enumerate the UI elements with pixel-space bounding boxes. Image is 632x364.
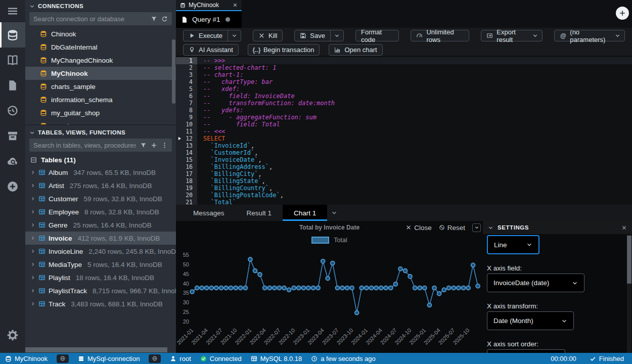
table-item[interactable]: InvoiceLine2,240 rows, 245.8 KB, InnoDB — [25, 245, 176, 258]
rail-item-history[interactable] — [0, 98, 25, 123]
editor-line-12[interactable]: 12 SELECT — [176, 135, 632, 142]
ai-assistant-button[interactable]: AI Assistant — [183, 44, 239, 56]
editor-line-8[interactable]: 8 -- ydefs: — [176, 107, 632, 114]
editor-line-15[interactable]: 15 `InvoiceDate`, — [176, 156, 632, 163]
connection-item[interactable]: MyChangedChinook — [25, 54, 176, 67]
editor-line-6[interactable]: 6 -- field: InvoiceDate — [176, 93, 632, 100]
save-button[interactable]: Save — [294, 30, 344, 41]
connection-item[interactable]: my_guitar_shop — [25, 106, 176, 119]
chevron-right-icon[interactable] — [30, 262, 35, 267]
x-axis-sort-order-select[interactable] — [487, 349, 565, 353]
tab-result-1[interactable]: Result 1 — [236, 205, 283, 221]
rail-item-databases[interactable] — [0, 22, 25, 48]
connections-header[interactable]: CONNECTIONS — [25, 0, 176, 10]
connection-item[interactable]: charts_sample — [25, 80, 176, 93]
close-icon[interactable] — [233, 3, 238, 8]
x-axis-transform-select[interactable]: Date (Month) — [487, 311, 574, 330]
chevron-right-icon[interactable] — [30, 196, 35, 201]
editor-line-16[interactable]: 16 `BillingAddress`, — [176, 163, 632, 170]
rail-item-archive[interactable] — [0, 123, 25, 149]
export-result-button[interactable]: Export result — [481, 30, 543, 41]
filter-icon[interactable] — [151, 16, 157, 22]
kill-button[interactable]: Kill — [253, 30, 283, 41]
tables-search-input[interactable] — [33, 142, 136, 149]
table-item[interactable]: Genre25 rows, 16.4 KB, InnoDB — [25, 218, 176, 232]
statusbar-last-activity[interactable]: a few seconds ago — [311, 355, 375, 362]
execute-button[interactable]: Execute — [183, 30, 241, 41]
tab-chart-1[interactable]: Chart 1 — [283, 205, 327, 221]
editor-line-1[interactable]: 1 -- >>> — [176, 57, 632, 64]
sql-editor[interactable]: 1 -- >>> 2 -- selected-chart: 1 3 -- cha… — [176, 56, 632, 205]
chart-type-select[interactable]: Line — [487, 235, 539, 254]
statusbar-server-version[interactable]: MySQL 8.0.18 — [251, 355, 302, 362]
chevron-right-icon[interactable] — [30, 222, 35, 228]
rail-item-menu[interactable] — [0, 0, 25, 22]
table-item[interactable]: MediaType5 rows, 16.4 KB, InnoDB — [25, 258, 176, 271]
scrollbar-thumb[interactable] — [25, 347, 167, 352]
table-item[interactable]: PlaylistTrack8,715 rows, 966.7 KB, InnoD… — [25, 284, 176, 297]
table-item[interactable]: Artist275 rows, 16.4 KB, InnoDB — [25, 179, 176, 192]
refresh-icon[interactable] — [161, 16, 168, 22]
execute-dropdown[interactable] — [228, 30, 241, 41]
chevron-right-icon[interactable] — [30, 275, 35, 280]
statusbar-database-name[interactable]: MyChinook — [5, 355, 48, 362]
chevron-right-icon[interactable] — [30, 301, 35, 306]
editor-line-11[interactable]: 11 -- <<< — [176, 128, 632, 135]
editor-line-17[interactable]: 17 `BillingCity`, — [176, 170, 632, 177]
editor-line-9[interactable]: 9 -- - aggregateFunction: sum — [176, 114, 632, 121]
settings-button[interactable] — [0, 323, 25, 348]
editor-line-5[interactable]: 5 -- xdef: — [176, 85, 632, 93]
connections-search-input[interactable] — [33, 15, 147, 23]
editor-line-19[interactable]: 19 `BillingCountry`, — [176, 185, 632, 192]
query-tab[interactable]: Query #1 — [176, 11, 242, 28]
collapse-icon[interactable] — [30, 157, 37, 163]
editor-line-13[interactable]: 13 `InvoiceId`, — [176, 142, 632, 149]
rail-item-closed-tabs[interactable] — [0, 73, 25, 98]
editor-line-14[interactable]: 14 `CustomerId`, — [176, 149, 632, 156]
open-chart-button[interactable]: Open chart — [329, 44, 382, 56]
chevron-right-icon[interactable] — [30, 288, 35, 293]
rail-item-add[interactable] — [0, 174, 25, 199]
table-item[interactable]: Employee8 rows, 32.8 KB, InnoDB — [25, 205, 176, 218]
chart-close-button[interactable]: Close — [405, 224, 432, 232]
tables-group[interactable]: Tables (11) — [25, 154, 176, 166]
editor-line-7[interactable]: 7 -- transformFunction: date:month — [176, 100, 632, 107]
chart-legend[interactable]: Total — [176, 234, 483, 246]
chevron-down-icon[interactable] — [488, 225, 493, 231]
begin-transaction-button[interactable]: {..}Begin transaction — [248, 44, 320, 56]
settings-scrollbar[interactable] — [627, 235, 631, 353]
chevron-right-icon[interactable] — [30, 170, 35, 175]
chart-menu-button[interactable] — [472, 223, 481, 232]
chevron-right-icon[interactable] — [30, 183, 35, 188]
x-axis-field-select[interactable]: InvoiceDate (date) — [487, 274, 584, 292]
table-item[interactable]: Invoice412 rows, 81.9 KB, InnoDB — [25, 232, 176, 245]
scrollbar-thumb[interactable] — [627, 236, 631, 284]
tables-header[interactable]: TABLES, VIEWS, FUNCTIONS — [25, 126, 176, 136]
editor-line-2[interactable]: 2 -- selected-chart: 1 — [176, 64, 632, 71]
editor-line-4[interactable]: 4 -- chartType: bar — [176, 78, 632, 85]
table-item[interactable]: Album347 rows, 65.5 KB, InnoDB — [25, 166, 176, 179]
rail-item-query-history[interactable] — [0, 48, 25, 73]
database-tab-mychinook[interactable]: MyChinook — [176, 0, 242, 11]
sidebar-horizontal-scrollbar[interactable] — [25, 347, 176, 353]
connection-item[interactable]: Chinook — [25, 27, 176, 40]
tabs-menu-icon[interactable] — [331, 210, 337, 216]
connection-item[interactable]: MyChinook — [25, 67, 176, 80]
tab-messages[interactable]: Messages — [182, 205, 236, 221]
unlimited-rows-button[interactable]: Unlimited rows — [411, 30, 469, 41]
editor-line-3[interactable]: 3 -- chart-1: — [176, 71, 632, 78]
more-options-icon[interactable] — [161, 142, 168, 149]
table-item[interactable]: Customer59 rows, 32.8 KB, InnoDB — [25, 192, 176, 205]
chevron-right-icon[interactable] — [30, 236, 35, 241]
close-icon[interactable] — [621, 225, 627, 231]
connection-item[interactable]: mysql — [25, 119, 176, 125]
connections-scrollbar[interactable] — [172, 39, 175, 104]
connection-item[interactable]: information_schema — [25, 93, 176, 106]
table-item[interactable]: Playlist18 rows, 16.4 KB, InnoDB — [25, 271, 176, 284]
filter-icon[interactable] — [140, 142, 147, 149]
editor-line-18[interactable]: 18 `BillingState`, — [176, 177, 632, 185]
editor-line-20[interactable]: 20 `BillingPostalCode`, — [176, 192, 632, 199]
no-parameters-button[interactable]: @(no parameters) — [554, 30, 625, 41]
save-dropdown[interactable] — [331, 30, 343, 41]
format-code-button[interactable]: Format code — [355, 30, 399, 41]
